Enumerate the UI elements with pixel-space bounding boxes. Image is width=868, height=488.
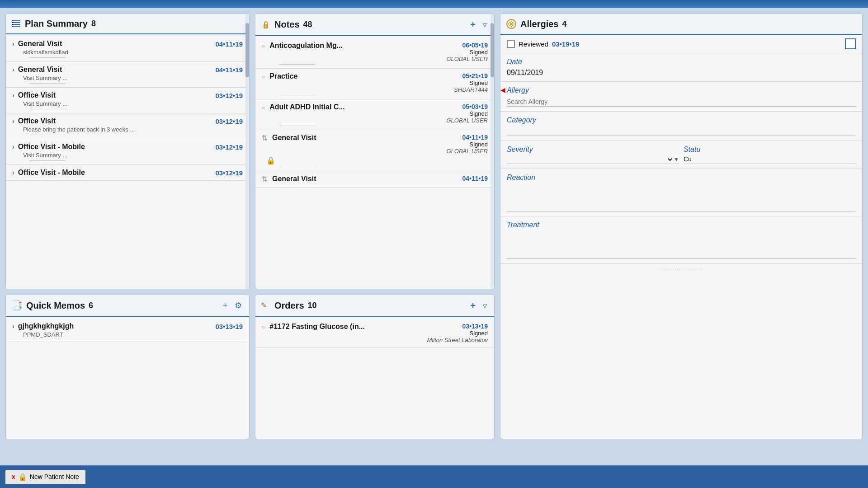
reaction-section: Reaction <box>500 169 862 216</box>
notes-body: ○ Anticoagulation Mg... 06•05•19 Signed … <box>255 36 494 289</box>
gear-button[interactable]: ⚙ <box>233 300 244 311</box>
svg-rect-1 <box>12 22 20 23</box>
bottom-bar: x 🔒 New Patient Note <box>0 465 868 488</box>
list-item[interactable]: ⇅ General Visit 04•11•19 Signed GLOBAL U… <box>255 130 494 171</box>
plan-summary-count: 8 <box>91 19 96 28</box>
bullet-icon: ○ <box>262 74 265 80</box>
left-column: Plan Summary 8 › General Visit 04•11•19 … <box>5 14 250 439</box>
drag-handle[interactable]: ···················· <box>500 264 862 274</box>
status-label: Statu <box>684 145 856 154</box>
bullet-icon: ○ <box>262 104 265 111</box>
order-date: 03•13•19 <box>427 323 488 330</box>
order-user: Milton Street Laboratov <box>427 337 488 343</box>
chevron-right-icon: › <box>12 92 14 99</box>
status-value: Cu <box>684 155 856 164</box>
visit-sub: Please bring the patient back in 3 weeks… <box>23 126 243 133</box>
add-order-button[interactable]: + <box>468 300 477 312</box>
add-note-button[interactable]: + <box>468 19 477 31</box>
list-item[interactable]: › Office Visit - Mobile 03•12•19 Visit S… <box>6 139 249 165</box>
svg-point-15 <box>508 23 509 25</box>
quick-memos-body: › gjhgkhgkhgkjgh 03•13•19 PPMD_SDART <box>6 317 249 439</box>
orders-count: 10 <box>308 301 317 310</box>
list-item[interactable]: ⇅ General Visit 04•11•19 <box>255 171 494 188</box>
note-title: Adult ADHD Initial C... <box>269 103 442 111</box>
allergy-search-input[interactable] <box>507 97 856 107</box>
note-user: GLOBAL USER <box>446 56 488 62</box>
close-tab-icon[interactable]: x <box>12 473 15 480</box>
list-item[interactable]: ○ Anticoagulation Mg... 06•05•19 Signed … <box>255 38 494 69</box>
scrollbar-track[interactable] <box>491 14 494 289</box>
severity-select[interactable]: Mild Moderate Severe <box>507 155 674 164</box>
allergies-header: Allergies 4 <box>500 14 862 35</box>
expand-icon: ⇅ <box>262 175 268 183</box>
note-title: General Visit <box>272 175 458 183</box>
notes-header: Notes 48 + ▿ <box>255 14 494 36</box>
plan-summary-title: Plan Summary <box>25 19 88 29</box>
list-item[interactable]: › General Visit 04•11•19 Visit Summary .… <box>6 62 249 88</box>
orders-panel: ✎ Orders 10 + ▿ ○ #1172 Fasting Glucose … <box>255 295 495 439</box>
divider <box>29 57 66 58</box>
order-status: Signed <box>427 330 488 337</box>
list-item[interactable]: › Office Visit 03•12•19 Visit Summary ..… <box>6 88 249 113</box>
svg-point-13 <box>511 21 512 22</box>
list-item[interactable]: › Office Visit - Mobile 03•12•19 <box>6 165 249 181</box>
note-date: 04•11•19 <box>462 175 488 182</box>
svg-point-14 <box>514 23 515 25</box>
allergies-count: 4 <box>562 19 566 29</box>
list-item[interactable]: ○ Adult ADHD Initial C... 05•03•19 Signe… <box>255 99 494 130</box>
svg-rect-4 <box>12 20 13 21</box>
svg-rect-5 <box>12 22 13 23</box>
allergy-icon <box>506 19 517 29</box>
allergy-action-button[interactable] <box>845 38 856 49</box>
svg-rect-3 <box>12 26 20 27</box>
visit-sub: sldkmaflsmkdflad <box>23 49 243 56</box>
add-memo-button[interactable]: + <box>221 300 229 311</box>
new-patient-note-tab[interactable]: x 🔒 New Patient Note <box>5 470 85 484</box>
visit-date: 04•11•19 <box>215 40 243 48</box>
divider <box>279 126 315 126</box>
note-lock-icon: 🔒 <box>266 157 275 164</box>
scrollbar-track[interactable] <box>245 14 249 289</box>
visit-sub: Visit Summary ... <box>23 152 243 159</box>
severity-select-wrap: Mild Moderate Severe ▼ <box>507 155 679 164</box>
quick-memos-header: 📑 Quick Memos 6 + ⚙ <box>6 295 249 317</box>
memo-date: 03•13•19 <box>215 323 243 330</box>
note-title: Practice <box>269 72 449 80</box>
list-item[interactable]: › General Visit 04•11•19 sldkmaflsmkdfla… <box>6 36 249 62</box>
visit-type: Office Visit <box>18 91 212 99</box>
bullet-icon: ○ <box>262 43 265 49</box>
divider <box>29 83 66 84</box>
list-item[interactable]: ○ #1172 Fasting Glucose (in... 03•13•19 … <box>255 319 494 347</box>
plan-summary-panel: Plan Summary 8 › General Visit 04•11•19 … <box>5 14 250 289</box>
category-label: Category <box>507 116 856 124</box>
status-section: Statu Cu <box>684 145 856 164</box>
divider <box>279 95 315 95</box>
visit-date: 03•12•19 <box>215 143 243 151</box>
date-label: Date <box>507 58 856 66</box>
note-title: General Visit <box>272 134 442 142</box>
allergy-category-section: Category <box>500 112 862 141</box>
filter-button[interactable]: ▿ <box>481 19 489 31</box>
chevron-right-icon: › <box>12 40 14 47</box>
list-item[interactable]: › Office Visit 03•12•19 Please bring the… <box>6 113 249 139</box>
note-title: Anticoagulation Mg... <box>269 42 442 50</box>
treatment-label: Treatment <box>507 221 856 229</box>
notes-panel: Notes 48 + ▿ ○ Anticoagulation Mg... 06•… <box>255 14 495 289</box>
visit-date: 03•12•19 <box>215 117 243 125</box>
svg-rect-7 <box>12 26 13 27</box>
reviewed-checkbox[interactable] <box>507 40 515 48</box>
filter-orders-button[interactable]: ▿ <box>481 300 489 312</box>
scrollbar-thumb[interactable] <box>245 23 249 77</box>
category-value <box>507 127 856 136</box>
orders-title: Orders <box>274 300 304 311</box>
list-item[interactable]: › gjhgkhgkhgkjgh 03•13•19 PPMD_SDART <box>6 319 249 342</box>
quick-memos-title: Quick Memos <box>26 300 85 311</box>
list-item[interactable]: ○ Practice 05•21•19 Signed SHDART444 <box>255 69 494 99</box>
memo-icon: 📑 <box>11 300 23 311</box>
chevron-right-icon: › <box>12 323 14 330</box>
order-title: #1172 Fasting Glucose (in... <box>269 323 422 331</box>
top-bar <box>0 0 868 8</box>
scrollbar-thumb[interactable] <box>491 23 494 77</box>
required-indicator: ◀ <box>500 86 505 94</box>
allergies-title: Allergies <box>520 19 558 29</box>
